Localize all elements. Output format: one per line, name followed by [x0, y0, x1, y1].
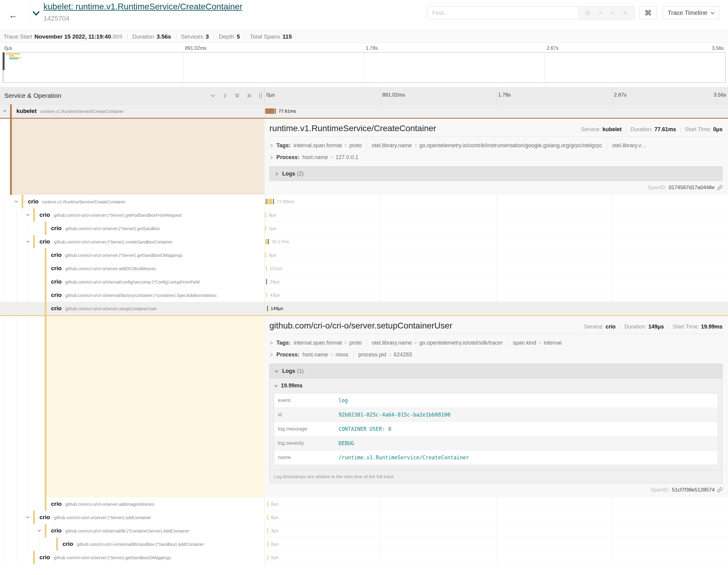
collapse-chevron-icon[interactable]	[2, 109, 7, 113]
service-color-bar	[45, 302, 46, 315]
expand-all-icon[interactable]	[234, 93, 240, 98]
process-toggle[interactable]: Process: host.name=127.0.0.1	[269, 151, 723, 163]
span-duration-bar[interactable]	[266, 292, 267, 298]
span-row[interactable]: criogithub.com/cri-o/cri-o/internal/conf…	[0, 275, 728, 289]
collapse-chevron-icon[interactable]	[26, 212, 30, 217]
collapse-chevron-icon[interactable]	[26, 239, 30, 244]
span-duration-bar[interactable]	[267, 541, 268, 547]
column-resizer-grip[interactable]	[259, 93, 262, 98]
collapse-trace-header-icon[interactable]	[32, 10, 40, 16]
span-duration-bar[interactable]	[265, 252, 266, 258]
logs-toggle[interactable]: Logs (1)	[269, 364, 723, 378]
span-duration-label: 151μs	[270, 262, 282, 275]
span-timeline-cell[interactable]: 0μs	[265, 497, 728, 511]
span-rows-group: criogithub.com/cri-o/cri-o/server.addIma…	[0, 497, 728, 564]
span-timeline-cell[interactable]: 8μs	[265, 208, 728, 222]
minimap-canvas[interactable]	[2, 52, 726, 82]
span-name-cell[interactable]: kubeletruntime.v1.RuntimeService/CreateC…	[0, 104, 265, 118]
collapse-chevron-icon[interactable]	[26, 515, 30, 519]
keyboard-shortcuts-button[interactable]: ⌘	[639, 6, 657, 20]
span-timeline-cell[interactable]: 20.17ms	[265, 235, 728, 248]
span-duration-bar[interactable]	[267, 515, 268, 520]
collapse-chevron-icon[interactable]	[37, 528, 42, 533]
tags-toggle[interactable]: Tags: internal.span.format=proto otel.li…	[269, 337, 723, 349]
span-timeline-cell[interactable]: 6μs	[265, 511, 728, 524]
find-clear-icon[interactable]	[623, 10, 628, 16]
operation-name: github.com/cri-o/cri-o/server.(*Server).…	[65, 226, 160, 231]
span-row[interactable]: criogithub.com/cri-o/cri-o/server.(*Serv…	[0, 551, 728, 564]
deep-link-icon[interactable]	[717, 185, 723, 190]
trace-title-link[interactable]: kubelet: runtime.v1.RuntimeService/Creat…	[43, 2, 242, 11]
span-row[interactable]: criogithub.com/cri-o/cri-o/server.addIma…	[0, 497, 728, 511]
span-duration-bar[interactable]	[267, 528, 268, 533]
span-row[interactable]: criogithub.com/cri-o/cri-o/internal/lib/…	[0, 537, 728, 551]
find-prev-icon[interactable]	[597, 10, 603, 16]
locate-icon[interactable]	[585, 10, 591, 16]
minimap-scrubber-handle[interactable]	[3, 53, 5, 70]
span-duration-bar[interactable]	[265, 239, 268, 244]
span-name-cell[interactable]: criogithub.com/cri-o/cri-o/server.(*Serv…	[0, 248, 265, 262]
span-name-cell[interactable]: criogithub.com/cri-o/cri-o/server.(*Serv…	[0, 511, 265, 524]
span-row[interactable]: kubeletruntime.v1.RuntimeService/CreateC…	[0, 104, 728, 118]
span-duration-bar[interactable]	[266, 266, 267, 271]
span-name-cell[interactable]: criogithub.com/cri-o/cri-o/server.(*Serv…	[0, 551, 265, 564]
span-name-cell[interactable]: criogithub.com/cri-o/cri-o/internal/lib/…	[0, 537, 265, 551]
span-row[interactable]: criogithub.com/cri-o/cri-o/internal/fact…	[0, 289, 728, 302]
service-name: kubelet	[16, 108, 37, 114]
span-timeline-cell[interactable]: 0μs	[265, 537, 728, 551]
logs-toggle[interactable]: Logs (2)	[269, 166, 723, 181]
span-duration-bar[interactable]	[267, 555, 268, 560]
span-timeline-cell[interactable]: 0μs	[265, 248, 728, 262]
span-name-cell[interactable]: criogithub.com/cri-o/cri-o/server.(*Serv…	[0, 235, 265, 248]
span-timeline-cell[interactable]: 1μs	[265, 222, 728, 235]
span-timeline-cell[interactable]: 151μs	[265, 262, 728, 275]
span-name-cell[interactable]: criogithub.com/cri-o/cri-o/server.(*Serv…	[0, 208, 265, 222]
span-name-cell[interactable]: criogithub.com/cri-o/cri-o/server.setupC…	[0, 302, 265, 315]
back-button[interactable]: ←	[5, 8, 21, 23]
span-timeline-cell[interactable]: 77.61ms	[265, 104, 728, 118]
service-name: crio	[51, 305, 62, 311]
span-name-cell[interactable]: crioruntime.v1.RuntimeService/CreateCont…	[0, 195, 265, 208]
collapse-all-icon[interactable]	[246, 93, 252, 98]
span-row[interactable]: criogithub.com/cri-o/cri-o/server.(*Serv…	[0, 511, 728, 524]
log-entry-toggle[interactable]: 19.99ms	[270, 378, 722, 393]
span-row[interactable]: crioruntime.v1.RuntimeService/CreateCont…	[0, 195, 728, 208]
span-row[interactable]: criogithub.com/cri-o/cri-o/internal/lib.…	[0, 524, 728, 537]
span-row[interactable]: criogithub.com/cri-o/cri-o/server.setupC…	[0, 302, 728, 315]
span-row[interactable]: criogithub.com/cri-o/cri-o/server.(*Serv…	[0, 248, 728, 262]
span-name-cell[interactable]: criogithub.com/cri-o/cri-o/internal/conf…	[0, 275, 265, 289]
span-timeline-cell[interactable]: 149μs	[265, 302, 728, 315]
span-duration-bar[interactable]	[267, 199, 273, 204]
span-row[interactable]: criogithub.com/cri-o/cri-o/server.(*Serv…	[0, 222, 728, 235]
span-timeline-cell[interactable]: 43μs	[265, 289, 728, 302]
span-name-cell[interactable]: criogithub.com/cri-o/cri-o/server.(*Serv…	[0, 222, 265, 235]
span-name-cell[interactable]: criogithub.com/cri-o/cri-o/server.addOCI…	[0, 262, 265, 275]
find-input[interactable]	[427, 7, 578, 19]
span-duration-label: 1μs	[269, 222, 276, 235]
collapse-one-level-icon[interactable]	[222, 93, 228, 98]
span-duration-bar[interactable]	[265, 212, 266, 218]
process-toggle[interactable]: Process: host.name=nixos process.pid=624…	[269, 349, 723, 361]
span-timeline-cell[interactable]: 77.08ms	[265, 195, 728, 208]
span-name-cell[interactable]: criogithub.com/cri-o/cri-o/internal/lib.…	[0, 524, 265, 537]
tick-label: 1.78s	[366, 45, 378, 51]
deep-link-icon[interactable]	[717, 487, 723, 493]
tags-toggle[interactable]: Tags: internal.span.format=proto otel.li…	[269, 140, 723, 151]
span-timeline-cell[interactable]: 3μs	[265, 524, 728, 537]
span-timeline-cell[interactable]: 24μs	[265, 275, 728, 289]
span-row[interactable]: criogithub.com/cri-o/cri-o/server.addOCI…	[0, 262, 728, 275]
span-name-cell[interactable]: criogithub.com/cri-o/cri-o/internal/fact…	[0, 289, 265, 302]
expand-one-level-icon[interactable]	[210, 93, 216, 98]
span-duration-bar[interactable]	[267, 501, 268, 507]
log-field-row: name/runtime.v1.RuntimeService/CreateCon…	[274, 450, 718, 465]
span-duration-bar[interactable]	[265, 108, 274, 114]
span-timeline-cell[interactable]: 0μs	[265, 551, 728, 564]
view-selector-button[interactable]: Trace Timeline	[663, 6, 720, 20]
collapse-chevron-icon[interactable]	[14, 199, 19, 204]
span-row[interactable]: criogithub.com/cri-o/cri-o/server.(*Serv…	[0, 235, 728, 248]
find-next-icon[interactable]	[610, 10, 616, 16]
detail-left-gutter	[0, 119, 265, 195]
span-row[interactable]: criogithub.com/cri-o/cri-o/server.(*Serv…	[0, 208, 728, 222]
span-duration-bar[interactable]	[265, 226, 266, 231]
span-name-cell[interactable]: criogithub.com/cri-o/cri-o/server.addIma…	[0, 497, 265, 511]
